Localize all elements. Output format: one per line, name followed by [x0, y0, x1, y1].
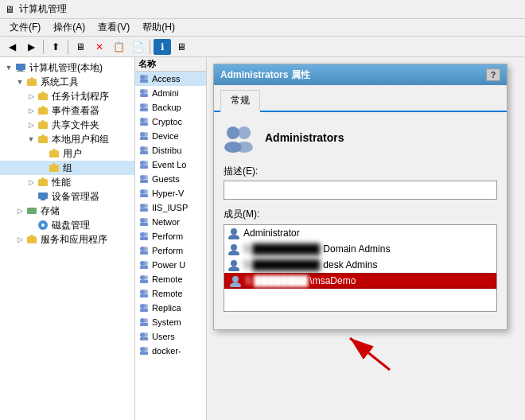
list-item-16[interactable]: Replica: [135, 301, 206, 315]
list-item-6[interactable]: Event Lo: [135, 158, 206, 172]
list-item-text-4: Device: [152, 131, 179, 141]
properties-dialog: Administrators 属性 ? 常规: [213, 64, 508, 330]
members-field-row: 成员(M): Administrator: [224, 208, 497, 312]
toolbar-sep1: [43, 40, 44, 54]
tree-item-diskmgr[interactable]: 磁盘管理: [0, 218, 134, 232]
svg-point-33: [143, 189, 148, 194]
toolbar-properties[interactable]: 📋: [110, 39, 127, 55]
toolbar-sep3: [150, 40, 150, 54]
tree-item-event[interactable]: ▷ 事件查看器: [0, 103, 134, 118]
list-item-13[interactable]: Power U: [135, 258, 206, 272]
svg-point-79: [230, 282, 241, 287]
description-input[interactable]: [224, 181, 497, 200]
list-item-10[interactable]: Networ: [135, 215, 206, 229]
expand-tools: ▼: [14, 78, 25, 86]
svg-point-36: [143, 204, 148, 208]
svg-point-12: [143, 89, 148, 94]
toolbar-computer[interactable]: 🖥: [72, 39, 89, 55]
svg-point-24: [143, 146, 148, 151]
svg-point-75: [228, 251, 239, 255]
list-item-2[interactable]: Backup: [135, 100, 206, 115]
toolbar-monitor[interactable]: 🖥: [173, 39, 190, 55]
dialog-help-button[interactable]: ?: [486, 68, 500, 81]
menu-file[interactable]: 文件(F): [3, 19, 47, 36]
list-item-15[interactable]: Remote: [135, 286, 206, 301]
svg-rect-19: [140, 122, 148, 126]
svg-point-69: [238, 126, 251, 139]
list-item-14[interactable]: Remote: [135, 272, 206, 286]
list-item-11[interactable]: Perform: [135, 229, 206, 243]
list-icon-2: [138, 102, 150, 113]
tab-general[interactable]: 常规: [220, 90, 260, 112]
svg-rect-49: [140, 266, 148, 269]
icon-users: [48, 147, 60, 160]
list-item-1[interactable]: Admini: [135, 86, 206, 100]
expand-shared: ▷: [25, 121, 37, 129]
tree-item-storage[interactable]: ▷ 存储: [0, 204, 134, 218]
tree-label-users: 用户: [63, 147, 82, 161]
tree-item-root[interactable]: ▼ 计算机管理(本地): [0, 60, 134, 75]
list-header-text: 名称: [138, 58, 156, 70]
tree-label-services: 服务和应用程序: [41, 233, 107, 247]
list-item-5[interactable]: Distribu: [135, 143, 206, 158]
tree-item-tools[interactable]: ▼ 系统工具: [0, 75, 134, 89]
tree-item-local-users[interactable]: ▼ 本地用户和组: [0, 132, 134, 146]
member-name-3: S ████████: [245, 275, 308, 286]
tree-item-devmgr[interactable]: 设备管理器: [0, 189, 134, 204]
svg-point-60: [143, 318, 148, 323]
toolbar-new[interactable]: 📄: [129, 39, 146, 55]
toolbar-back[interactable]: ◀: [3, 39, 21, 55]
expand-local-users: ▼: [25, 135, 37, 143]
member-item-2[interactable]: S ██████████ desk Admins: [224, 257, 496, 273]
list-item-text-5: Distribu: [152, 146, 181, 155]
list-item-12[interactable]: Perform: [135, 243, 206, 258]
toolbar-delete[interactable]: ✕: [91, 39, 108, 55]
list-icon-7: [138, 173, 150, 185]
toolbar-info[interactable]: ℹ: [154, 39, 171, 55]
svg-line-81: [350, 338, 390, 370]
tree-item-users[interactable]: 用户: [0, 146, 134, 161]
list-panel: 名称 Access Admini Backup Cryptoc: [135, 57, 207, 420]
list-item-8[interactable]: Hyper-V: [135, 186, 206, 200]
dialog-body: Administrators 描述(E): 成员(M):: [214, 112, 507, 329]
menu-help[interactable]: 帮助(H): [136, 19, 181, 36]
svg-point-39: [143, 218, 148, 223]
member-item-1[interactable]: S ██████████ Domain Admins: [224, 241, 496, 257]
list-header: 名称: [135, 57, 206, 72]
main-container: ▼ 计算机管理(本地) ▼ 系统工具 ▷ 任务计划程序 ▷: [0, 57, 525, 420]
svg-rect-22: [140, 137, 148, 140]
svg-point-72: [231, 228, 237, 235]
menu-action[interactable]: 操作(A): [47, 19, 91, 36]
tree-item-shared[interactable]: ▷ 共享文件夹: [0, 118, 134, 132]
tree-item-task[interactable]: ▷ 任务计划程序: [0, 89, 134, 103]
toolbar-up[interactable]: ⬆: [47, 39, 64, 55]
list-item-18[interactable]: Users: [135, 329, 206, 344]
tree-item-perf[interactable]: ▷ 性能: [0, 175, 134, 189]
svg-rect-13: [140, 94, 148, 97]
tree-item-services[interactable]: ▷ 服务和应用程序: [0, 232, 134, 247]
list-item-3[interactable]: Cryptoc: [135, 115, 206, 129]
svg-point-30: [143, 175, 148, 180]
list-item-9[interactable]: IIS_IUSP: [135, 200, 206, 215]
list-item-7[interactable]: Guests: [135, 172, 206, 186]
list-item-0[interactable]: Access: [135, 72, 206, 86]
member-item-0[interactable]: Administrator: [224, 225, 496, 241]
svg-rect-16: [140, 108, 148, 111]
list-item-text-16: Replica: [152, 303, 181, 313]
dialog-title-text: Administrators 属性: [220, 68, 310, 82]
toolbar-forward[interactable]: ▶: [22, 39, 40, 55]
svg-point-51: [143, 275, 148, 280]
group-name: Administrators: [265, 131, 344, 144]
right-panel: Administrators 属性 ? 常规: [207, 57, 525, 420]
svg-rect-43: [140, 237, 148, 240]
list-item-4[interactable]: Device: [135, 129, 206, 143]
list-item-17[interactable]: System: [135, 315, 206, 329]
list-item-19[interactable]: docker-: [135, 344, 206, 358]
icon-devmgr: [37, 190, 49, 203]
member-item-3[interactable]: S ████████ \msaDemo: [224, 273, 496, 289]
svg-point-74: [231, 244, 237, 251]
list-item-text-3: Cryptoc: [152, 117, 182, 126]
tree-item-groups[interactable]: 组: [0, 161, 134, 175]
menu-view[interactable]: 查看(V): [91, 19, 136, 36]
tree-label-root: 计算机管理(本地): [29, 61, 103, 75]
